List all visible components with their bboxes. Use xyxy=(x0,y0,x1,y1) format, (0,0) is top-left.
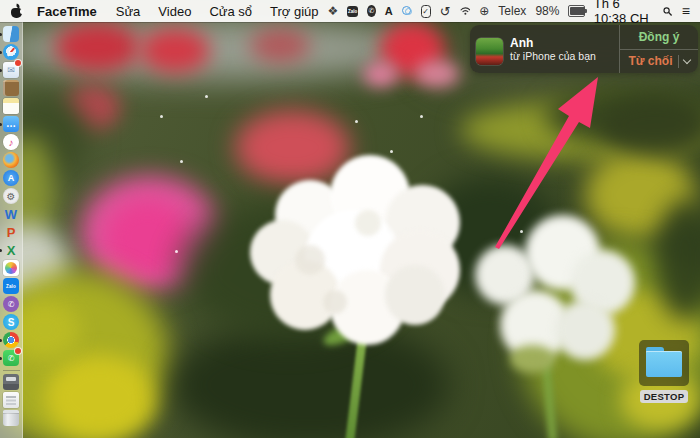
dock-separator xyxy=(3,370,20,371)
spotlight-search-icon[interactable] xyxy=(663,5,672,18)
dock-item-zalo[interactable]: Zalo xyxy=(3,278,19,294)
app-menu-facetime[interactable]: FaceTime xyxy=(27,4,107,19)
facetime-icon: ✆ xyxy=(3,350,19,366)
running-indicator xyxy=(0,249,2,252)
dock-item-downloads[interactable] xyxy=(3,392,19,408)
printer-icon xyxy=(3,374,19,390)
mail-icon: ✉ xyxy=(3,62,19,78)
wifi-icon[interactable] xyxy=(460,5,471,17)
gear-icon: ⚙ xyxy=(3,188,19,204)
running-indicator xyxy=(0,123,2,126)
menu-sua[interactable]: Sửa xyxy=(107,4,150,19)
dock-item-trash[interactable] xyxy=(3,410,19,426)
menu-bar: FaceTime Sửa Video Cửa sổ Trợ giúp ❖ Zal… xyxy=(0,0,700,22)
dock-item-photos[interactable] xyxy=(3,260,19,276)
dock-item-finder[interactable] xyxy=(3,26,19,42)
battery-icon[interactable] xyxy=(568,5,584,17)
safari-icon xyxy=(3,44,19,60)
notification-subtitle: từ iPhone của bạn xyxy=(510,50,596,62)
time-machine-icon[interactable]: ↺ xyxy=(440,4,451,19)
menu-tro-giup[interactable]: Trợ giúp xyxy=(261,4,328,19)
menu-video[interactable]: Video xyxy=(149,4,200,19)
notification-banner: Anh từ iPhone của bạn Đồng ý Từ chối xyxy=(470,25,698,73)
dock-item-contacts[interactable] xyxy=(3,80,19,96)
running-indicator xyxy=(0,33,2,36)
app-store-icon: A xyxy=(3,170,19,186)
trash-icon xyxy=(3,410,19,426)
dock-item-viber[interactable]: ✆ xyxy=(3,296,19,312)
running-indicator xyxy=(0,357,2,360)
dock-item-messages[interactable]: … xyxy=(3,116,19,132)
dock-item-excel[interactable]: X xyxy=(3,242,19,258)
decline-button[interactable]: Từ chối xyxy=(628,54,672,68)
battery-percent: 98% xyxy=(535,4,559,18)
dock-item-system-preferences[interactable]: ⚙ xyxy=(3,188,19,204)
input-source-label[interactable]: Telex xyxy=(498,4,526,18)
zalo-menu-icon[interactable]: Zalo xyxy=(347,6,358,17)
viber-icon: ✆ xyxy=(3,296,19,312)
checkmark-menu-icon[interactable]: ✓ xyxy=(421,5,431,18)
running-indicator xyxy=(0,51,2,54)
word-icon: W xyxy=(3,206,19,222)
dock-item-chrome[interactable] xyxy=(3,332,19,348)
dock-item-mail[interactable]: ✉ xyxy=(3,62,19,78)
desktop-screen: FaceTime Sửa Video Cửa sổ Trợ giúp ❖ Zal… xyxy=(0,0,700,438)
skype-icon: S xyxy=(3,314,19,330)
powerpoint-icon: P xyxy=(3,224,19,240)
dock-item-skype[interactable]: S xyxy=(3,314,19,330)
input-source-icon[interactable]: ⊕ xyxy=(479,4,489,18)
dropbox-icon[interactable]: ❖ xyxy=(328,4,339,18)
decline-button-row: Từ chối xyxy=(620,50,698,74)
menu-clock[interactable]: Th 6 10:38 CH xyxy=(594,0,655,26)
chrome-icon xyxy=(3,332,19,348)
dock-item-notes[interactable] xyxy=(3,98,19,114)
chevron-down-icon[interactable] xyxy=(682,56,690,64)
notification-center-icon[interactable]: ≡ xyxy=(682,3,690,19)
notification-actions: Đồng ý Từ chối xyxy=(619,25,698,73)
notes-icon xyxy=(3,98,19,114)
menu-cua-so[interactable]: Cửa sổ xyxy=(200,4,261,19)
dock-item-appstore[interactable]: A xyxy=(3,170,19,186)
folder-selection-highlight xyxy=(639,340,689,386)
dock-item-safari[interactable] xyxy=(3,44,19,60)
blue-rings-icon[interactable] xyxy=(402,6,412,17)
accept-button[interactable]: Đồng ý xyxy=(620,25,698,50)
dock-item-word[interactable]: W xyxy=(3,206,19,222)
excel-icon: X xyxy=(3,242,19,258)
notification-content: Anh từ iPhone của bạn xyxy=(470,25,619,73)
itunes-icon: ♪ xyxy=(3,134,19,150)
contact-avatar xyxy=(476,38,503,65)
dock-item-firefox[interactable] xyxy=(3,152,19,168)
firefox-icon xyxy=(3,152,19,168)
dock-item-itunes[interactable]: ♪ xyxy=(3,134,19,150)
white-flower-main xyxy=(235,150,465,350)
running-indicator xyxy=(0,69,2,72)
dock-item-powerpoint[interactable]: P xyxy=(3,224,19,240)
folder-label[interactable]: DESTOP xyxy=(640,390,689,403)
menu-bar-left: FaceTime Sửa Video Cửa sổ Trợ giúp xyxy=(10,4,328,19)
contacts-icon xyxy=(3,80,19,96)
apple-menu-icon[interactable] xyxy=(10,4,23,18)
notification-texts: Anh từ iPhone của bạn xyxy=(510,36,596,62)
photos-icon xyxy=(3,260,19,276)
viber-menu-icon[interactable]: ✆ xyxy=(367,5,376,17)
dock: ✉ … ♪ A ⚙ W P X Zalo ✆ S ✆ xyxy=(0,22,23,438)
dock-item-facetime[interactable]: ✆ xyxy=(3,350,19,366)
downloads-stack-icon xyxy=(3,392,19,408)
messages-icon: … xyxy=(3,116,19,132)
menu-bar-status: ❖ Zalo ✆ A ✓ ↺ ⊕ Telex 98% Th 6 10:38 CH… xyxy=(328,0,690,26)
adobe-menu-icon[interactable]: A xyxy=(385,5,393,17)
desktop-folder-destop[interactable]: DESTOP xyxy=(637,340,691,404)
button-divider xyxy=(678,55,679,68)
notification-title: Anh xyxy=(510,36,596,50)
zalo-icon: Zalo xyxy=(3,278,19,294)
dock-item-printer[interactable] xyxy=(3,374,19,390)
finder-icon xyxy=(3,26,19,42)
running-indicator xyxy=(0,339,2,342)
white-flower-right xyxy=(455,205,635,375)
